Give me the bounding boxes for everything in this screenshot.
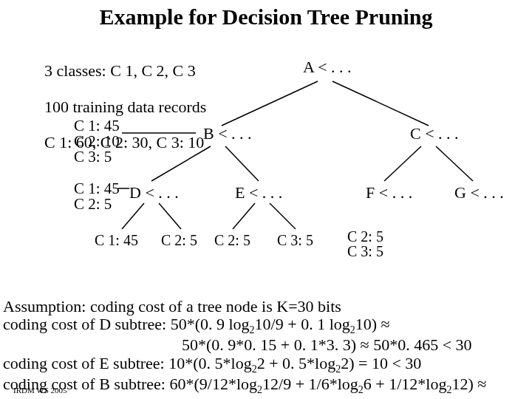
svg-line-3 xyxy=(225,146,259,181)
page-title: Example for Decision Tree Pruning xyxy=(0,4,532,30)
assump-line6: 60*(0. 75*0. 4 + 0. 166*2. 6 + 0. 083*3.… xyxy=(3,395,497,399)
assump-line3: 50*(0. 9*0. 15 + 0. 1*3. 3) ≈ 50*0. 465 … xyxy=(3,335,472,354)
sub-2: 2 xyxy=(350,325,355,336)
svg-line-8 xyxy=(233,203,255,229)
assump-line1: Assumption: coding cost of a tree node i… xyxy=(3,297,341,316)
svg-line-7 xyxy=(159,203,181,229)
leaf-2: C 2: 5 xyxy=(161,233,197,248)
assump-line4c: 2) = 10 < 30 xyxy=(341,354,421,372)
assump-line4b: 2 + 0. 5*log xyxy=(257,354,336,372)
sub-2: 2 xyxy=(358,384,364,395)
svg-line-4 xyxy=(384,146,421,181)
assump-line2c: 10) ≈ xyxy=(355,315,390,333)
svg-line-0 xyxy=(222,81,318,126)
node-D: D < . . . xyxy=(129,185,179,201)
counts-D: C 1: 45 C 2: 5 xyxy=(74,181,120,212)
assump-line2a: coding cost of D subtree: 50*(0. 9 log xyxy=(3,315,250,333)
node-G: G < . . . xyxy=(454,185,504,201)
assump-line5d: 12) ≈ xyxy=(451,375,486,393)
svg-line-6 xyxy=(122,203,144,229)
leaf-5: C 2: 5 C 3: 5 xyxy=(347,229,383,259)
footer: IRDM WS 2005 xyxy=(13,386,67,395)
node-B: B < . . . xyxy=(203,126,252,142)
node-C: C < . . . xyxy=(410,126,459,142)
assump-line5c: 6 + 1/12*log xyxy=(364,375,447,393)
assump-line4a: coding cost of E subtree: 10*(0. 5*log xyxy=(3,354,252,372)
svg-line-9 xyxy=(270,203,296,229)
leaf-1: C 1: 45 xyxy=(95,233,138,248)
leaf-4: C 3: 5 xyxy=(277,233,313,248)
svg-line-2 xyxy=(151,146,211,181)
leaf-3: C 2: 5 xyxy=(214,233,250,248)
sub-2: 2 xyxy=(252,364,257,375)
assumption-block: Assumption: coding cost of a tree node i… xyxy=(3,279,497,399)
assump-line2b: 10/9 + 0. 1 log xyxy=(255,315,350,333)
node-E: E < . . . xyxy=(235,185,282,201)
assump-line5b: 12/9 + 1/6*log xyxy=(262,375,358,393)
node-F: F < . . . xyxy=(366,185,412,201)
tree-edges xyxy=(74,59,517,251)
svg-line-1 xyxy=(332,81,429,126)
counts-B: C 1: 45 C 2: 10 C 3: 5 xyxy=(74,118,120,165)
sub-2: 2 xyxy=(257,384,262,395)
sub-2: 2 xyxy=(250,325,255,336)
node-A: A < . . . xyxy=(303,59,352,75)
svg-line-5 xyxy=(436,146,473,181)
